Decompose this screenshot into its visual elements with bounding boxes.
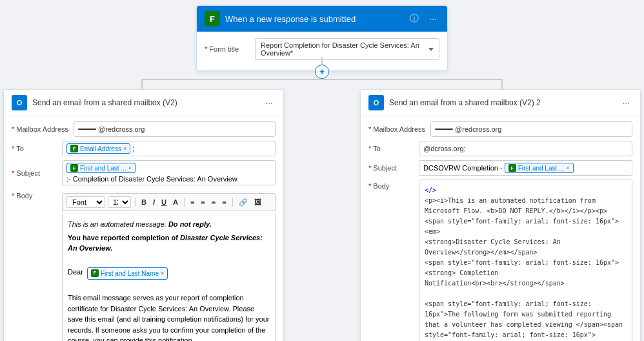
chevron-down-icon bbox=[428, 48, 434, 51]
subject-input-left[interactable]: F First and Last ... × :- Completion of … bbox=[62, 160, 276, 185]
mailbox-row-left: Mailbox Address @redcross.org bbox=[12, 121, 276, 137]
action-left-title: Send an email from a shared mailbox (V2) bbox=[32, 98, 177, 107]
subject-row-left: Subject F First and Last ... × :- Comple… bbox=[12, 160, 276, 185]
mailbox-value-left: @redcross.org bbox=[98, 125, 145, 133]
toolbar-sep-2 bbox=[184, 198, 185, 207]
to-label-right: To bbox=[368, 145, 414, 152]
font-size-select-left[interactable]: 12 bbox=[108, 196, 131, 208]
code-line-1: <p><i>This is an automated notification … bbox=[425, 196, 627, 237]
subject-suffix-left: :- Completion of Disaster Cycle Services… bbox=[66, 175, 237, 183]
to-tag-close-left[interactable]: × bbox=[123, 145, 126, 152]
subject-tag-left[interactable]: F First and Last ... × bbox=[66, 163, 136, 173]
toolbar-left: Font 12 B I U A ≡ ≡ ≡ ≡ 🔗 bbox=[62, 193, 276, 211]
body-row-left: Body Font 12 B I U A ≡ ≡ bbox=[12, 189, 276, 341]
form-title-value: Report Completion for Disaster Cycle Ser… bbox=[261, 41, 426, 57]
code-line-0: </> bbox=[425, 185, 627, 196]
subject-label-left: Subject bbox=[12, 169, 57, 177]
trigger-header-right: ⓘ ··· bbox=[407, 12, 439, 26]
mailbox-row-right: Mailbox Address @redcross.org bbox=[368, 121, 632, 137]
trigger-header: F When a new response is submitted ⓘ ··· bbox=[197, 6, 447, 32]
forms-tag-icon-subj-right: F bbox=[508, 164, 516, 172]
mailbox-masked-left bbox=[78, 129, 96, 130]
form-title-select[interactable]: Report Completion for Disaster Cycle Ser… bbox=[255, 38, 439, 60]
mailbox-value-right: @redcross.org bbox=[455, 125, 501, 133]
body-label-left: Body bbox=[12, 192, 57, 200]
email-body-left[interactable]: This is an automated message. Do not rep… bbox=[62, 214, 276, 341]
underline-button-left[interactable]: U bbox=[159, 198, 168, 207]
to-input-right[interactable]: @dcross.org; bbox=[419, 141, 632, 156]
italic-button-left[interactable]: I bbox=[151, 198, 157, 207]
indent-button-left[interactable]: ≡ bbox=[210, 198, 217, 207]
email-para1-left: This email message serves as your report… bbox=[68, 293, 270, 341]
to-value-right: @dcross.org; bbox=[423, 145, 466, 152]
subject-row-right: Subject DCSOVRW Completion - F First and… bbox=[368, 160, 632, 176]
font-color-button-left[interactable]: A bbox=[171, 198, 180, 207]
font-select-left[interactable]: Font bbox=[66, 196, 105, 208]
to-row-left: To F Email Address × ; bbox=[12, 141, 276, 156]
body-row-right: Body </> <p><i>This is an automated noti… bbox=[368, 180, 632, 341]
action-left-more-button[interactable]: ··· bbox=[263, 96, 276, 109]
to-tag-label-left: Email Address bbox=[80, 145, 121, 152]
dear-tag-left[interactable]: F First and Last Name × bbox=[87, 267, 168, 280]
form-title-label: Form title bbox=[205, 45, 250, 53]
action-card-left: O Send an email from a shared mailbox (V… bbox=[3, 89, 284, 341]
trigger-more-button[interactable]: ··· bbox=[427, 12, 439, 25]
dear-tag-label-left: First and Last Name bbox=[101, 269, 159, 278]
toolbar-sep-1 bbox=[135, 198, 136, 207]
subject-tag-label-right: First and Last ... bbox=[518, 165, 565, 172]
ol-button-left[interactable]: ≡ bbox=[188, 198, 196, 207]
action-right-header: O Send an email from a shared mailbox (V… bbox=[361, 90, 640, 116]
action-left-header: O Send an email from a shared mailbox (V… bbox=[4, 90, 283, 116]
action-left-header-left: O Send an email from a shared mailbox (V… bbox=[12, 95, 177, 110]
trigger-header-left: F When a new response is submitted bbox=[205, 11, 356, 26]
action-left-body: Mailbox Address @redcross.org To F Email… bbox=[4, 116, 283, 341]
to-suffix-left: ; bbox=[132, 145, 134, 152]
to-tag-left[interactable]: F Email Address × bbox=[66, 143, 130, 154]
completion-msg-left: You have reported completion of Disaster… bbox=[68, 232, 270, 254]
ul-button-left[interactable]: ≡ bbox=[199, 198, 206, 207]
action-right-more-button[interactable]: ··· bbox=[619, 96, 632, 109]
subject-tag-label-left: First and Last ... bbox=[80, 165, 126, 172]
code-line-5: <span style="font-family: arial; font-si… bbox=[425, 299, 627, 341]
branch-line bbox=[141, 79, 503, 80]
body-code-right[interactable]: </> <p><i>This is an automated notificat… bbox=[419, 180, 632, 341]
body-editor-left: Font 12 B I U A ≡ ≡ ≡ ≡ 🔗 bbox=[62, 189, 276, 341]
automated-msg-left: This is an automated message. Do not rep… bbox=[68, 219, 270, 230]
code-line-4: Notification<br><br></strong></span> bbox=[425, 278, 627, 289]
dear-tag-close-left[interactable]: × bbox=[161, 269, 164, 278]
forms-tag-icon-to-left: F bbox=[70, 145, 78, 152]
mailbox-input-right[interactable]: @redcross.org bbox=[430, 121, 632, 137]
trigger-title: When a new response is submitted bbox=[225, 14, 356, 24]
action-card-right: O Send an email from a shared mailbox (V… bbox=[360, 89, 641, 341]
subject-label-right: Subject bbox=[368, 164, 414, 172]
forms-tag-icon-dear-left: F bbox=[91, 269, 99, 277]
plus-connector-button[interactable]: + bbox=[315, 65, 329, 79]
outlook-icon-right: O bbox=[368, 95, 384, 110]
subject-input-right[interactable]: DCSOVRW Completion - F First and Last ..… bbox=[419, 160, 632, 176]
bold-button-left[interactable]: B bbox=[139, 198, 148, 207]
action-right-title: Send an email from a shared mailbox (V2)… bbox=[389, 98, 541, 107]
trigger-info-button[interactable]: ⓘ bbox=[407, 12, 421, 26]
link-button-left[interactable]: 🔗 bbox=[237, 198, 250, 207]
outlook-icon-left: O bbox=[12, 95, 27, 110]
to-row-right: To @dcross.org; bbox=[368, 141, 632, 156]
forms-tag-icon-subj-left: F bbox=[70, 164, 78, 172]
forms-icon: F bbox=[205, 11, 220, 26]
to-input-left[interactable]: F Email Address × ; bbox=[62, 141, 276, 156]
subject-tag-close-left[interactable]: × bbox=[128, 165, 132, 171]
subject-prefix-right: DCSOVRW Completion - bbox=[423, 164, 503, 172]
action-right-header-left: O Send an email from a shared mailbox (V… bbox=[368, 95, 541, 110]
code-line-3: <span style="font-family: arial; font-si… bbox=[425, 258, 627, 278]
to-label-left: To bbox=[12, 145, 57, 152]
subject-tag-close-right[interactable]: × bbox=[566, 165, 569, 171]
image-button-left[interactable]: 🖼 bbox=[252, 198, 263, 207]
subject-tag-right[interactable]: F First and Last ... × bbox=[505, 163, 574, 173]
mailbox-input-left[interactable]: @redcross.org bbox=[74, 121, 276, 137]
mailbox-label-left: Mailbox Address bbox=[12, 125, 68, 133]
mailbox-label-right: Mailbox Address bbox=[368, 125, 425, 133]
dear-line-left: Dear F First and Last Name × bbox=[68, 267, 270, 280]
outdent-button-left[interactable]: ≡ bbox=[220, 198, 228, 207]
body-label-right: Body bbox=[368, 182, 414, 190]
mailbox-masked-right bbox=[435, 129, 453, 130]
code-line-2: <strong>Disaster Cycle Services: An Over… bbox=[425, 237, 627, 258]
